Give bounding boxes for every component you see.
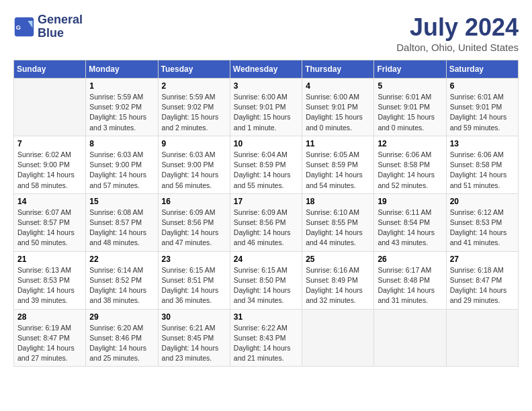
day-number: 14 — [17, 197, 82, 206]
day-info: Sunrise: 6:15 AM Sunset: 8:50 PM Dayligh… — [234, 265, 298, 306]
day-number: 18 — [306, 197, 370, 206]
header-row: SundayMondayTuesdayWednesdayThursdayFrid… — [14, 60, 519, 79]
day-cell: 2Sunrise: 5:59 AM Sunset: 9:02 PM Daylig… — [158, 79, 230, 136]
logo-line2: Blue — [38, 27, 83, 40]
day-number: 31 — [234, 312, 298, 322]
day-cell: 12Sunrise: 6:06 AM Sunset: 8:58 PM Dayli… — [374, 136, 446, 193]
day-cell: 17Sunrise: 6:09 AM Sunset: 8:56 PM Dayli… — [230, 193, 302, 251]
day-cell: 28Sunrise: 6:19 AM Sunset: 8:47 PM Dayli… — [14, 309, 86, 367]
col-header-saturday: Saturday — [446, 60, 518, 79]
day-number: 10 — [234, 139, 298, 148]
day-info: Sunrise: 6:09 AM Sunset: 8:56 PM Dayligh… — [162, 208, 226, 248]
day-number: 24 — [234, 255, 298, 264]
day-cell: 15Sunrise: 6:08 AM Sunset: 8:57 PM Dayli… — [86, 193, 158, 251]
day-cell: 13Sunrise: 6:06 AM Sunset: 8:58 PM Dayli… — [446, 136, 518, 193]
day-number: 25 — [306, 255, 370, 264]
day-cell: 14Sunrise: 6:07 AM Sunset: 8:57 PM Dayli… — [14, 193, 86, 251]
day-number: 15 — [89, 197, 154, 206]
day-number: 27 — [450, 255, 515, 264]
day-cell: 8Sunrise: 6:03 AM Sunset: 9:00 PM Daylig… — [86, 136, 158, 193]
col-header-tuesday: Tuesday — [158, 60, 230, 79]
day-cell: 30Sunrise: 6:21 AM Sunset: 8:45 PM Dayli… — [158, 309, 230, 367]
page-title: July 2024 — [396, 13, 519, 42]
day-info: Sunrise: 6:18 AM Sunset: 8:47 PM Dayligh… — [450, 265, 515, 306]
day-number: 4 — [306, 81, 370, 91]
day-info: Sunrise: 5:59 AM Sunset: 9:02 PM Dayligh… — [162, 92, 226, 133]
day-number: 11 — [306, 139, 370, 148]
day-number: 22 — [89, 255, 154, 264]
col-header-wednesday: Wednesday — [230, 60, 302, 79]
day-cell: 31Sunrise: 6:22 AM Sunset: 8:43 PM Dayli… — [230, 309, 302, 367]
day-info: Sunrise: 6:10 AM Sunset: 8:55 PM Dayligh… — [306, 208, 370, 248]
day-info: Sunrise: 6:16 AM Sunset: 8:49 PM Dayligh… — [306, 265, 370, 306]
day-number: 5 — [378, 81, 442, 91]
day-cell: 4Sunrise: 6:00 AM Sunset: 9:01 PM Daylig… — [302, 79, 374, 136]
day-info: Sunrise: 6:06 AM Sunset: 8:58 PM Dayligh… — [378, 150, 442, 191]
day-number: 20 — [450, 197, 515, 206]
day-cell: 20Sunrise: 6:12 AM Sunset: 8:53 PM Dayli… — [446, 193, 518, 251]
day-number: 7 — [17, 139, 82, 148]
day-info: Sunrise: 6:00 AM Sunset: 9:01 PM Dayligh… — [234, 92, 298, 133]
logo: G General Blue — [13, 13, 83, 40]
week-row-4: 21Sunrise: 6:13 AM Sunset: 8:53 PM Dayli… — [14, 251, 519, 309]
day-info: Sunrise: 6:21 AM Sunset: 8:45 PM Dayligh… — [162, 323, 226, 364]
day-info: Sunrise: 6:03 AM Sunset: 9:00 PM Dayligh… — [162, 150, 226, 191]
svg-text:G: G — [16, 23, 21, 30]
week-row-5: 28Sunrise: 6:19 AM Sunset: 8:47 PM Dayli… — [14, 309, 519, 367]
col-header-monday: Monday — [86, 60, 158, 79]
day-info: Sunrise: 5:59 AM Sunset: 9:02 PM Dayligh… — [89, 92, 154, 133]
day-number: 2 — [162, 81, 226, 91]
day-cell: 29Sunrise: 6:20 AM Sunset: 8:46 PM Dayli… — [86, 309, 158, 367]
day-number: 17 — [234, 197, 298, 206]
day-cell: 25Sunrise: 6:16 AM Sunset: 8:49 PM Dayli… — [302, 251, 374, 309]
day-info: Sunrise: 6:19 AM Sunset: 8:47 PM Dayligh… — [17, 323, 82, 364]
day-number: 13 — [450, 139, 515, 148]
day-info: Sunrise: 6:01 AM Sunset: 9:01 PM Dayligh… — [450, 92, 515, 133]
day-info: Sunrise: 6:01 AM Sunset: 9:01 PM Dayligh… — [378, 92, 442, 133]
day-info: Sunrise: 6:03 AM Sunset: 9:00 PM Dayligh… — [89, 150, 154, 191]
day-number: 21 — [17, 255, 82, 264]
day-info: Sunrise: 6:08 AM Sunset: 8:57 PM Dayligh… — [89, 208, 154, 248]
day-info: Sunrise: 6:20 AM Sunset: 8:46 PM Dayligh… — [89, 323, 154, 364]
day-info: Sunrise: 6:17 AM Sunset: 8:48 PM Dayligh… — [378, 265, 442, 306]
day-number: 19 — [378, 197, 442, 206]
day-info: Sunrise: 6:15 AM Sunset: 8:51 PM Dayligh… — [162, 265, 226, 306]
day-cell: 27Sunrise: 6:18 AM Sunset: 8:47 PM Dayli… — [446, 251, 518, 309]
day-number: 6 — [450, 81, 515, 91]
day-cell: 21Sunrise: 6:13 AM Sunset: 8:53 PM Dayli… — [14, 251, 86, 309]
day-cell: 1Sunrise: 5:59 AM Sunset: 9:02 PM Daylig… — [86, 79, 158, 136]
day-info: Sunrise: 6:11 AM Sunset: 8:54 PM Dayligh… — [378, 208, 442, 248]
day-number: 16 — [162, 197, 226, 206]
day-cell — [374, 309, 446, 367]
day-number: 29 — [89, 312, 154, 322]
day-cell: 7Sunrise: 6:02 AM Sunset: 9:00 PM Daylig… — [14, 136, 86, 193]
day-cell — [302, 309, 374, 367]
day-cell: 24Sunrise: 6:15 AM Sunset: 8:50 PM Dayli… — [230, 251, 302, 309]
day-cell: 10Sunrise: 6:04 AM Sunset: 8:59 PM Dayli… — [230, 136, 302, 193]
day-cell: 16Sunrise: 6:09 AM Sunset: 8:56 PM Dayli… — [158, 193, 230, 251]
day-info: Sunrise: 6:12 AM Sunset: 8:53 PM Dayligh… — [450, 208, 515, 248]
day-cell: 6Sunrise: 6:01 AM Sunset: 9:01 PM Daylig… — [446, 79, 518, 136]
day-info: Sunrise: 6:02 AM Sunset: 9:00 PM Dayligh… — [17, 150, 82, 191]
day-cell — [446, 309, 518, 367]
calendar-table: SundayMondayTuesdayWednesdayThursdayFrid… — [13, 60, 519, 367]
day-info: Sunrise: 6:13 AM Sunset: 8:53 PM Dayligh… — [17, 265, 82, 306]
page-subtitle: Dalton, Ohio, United States — [396, 42, 519, 53]
col-header-friday: Friday — [374, 60, 446, 79]
day-number: 1 — [89, 81, 154, 91]
logo-line1: General — [38, 13, 83, 27]
day-cell: 5Sunrise: 6:01 AM Sunset: 9:01 PM Daylig… — [374, 79, 446, 136]
day-info: Sunrise: 6:14 AM Sunset: 8:52 PM Dayligh… — [89, 265, 154, 306]
title-block: July 2024 Dalton, Ohio, United States — [396, 13, 519, 53]
day-cell: 9Sunrise: 6:03 AM Sunset: 9:00 PM Daylig… — [158, 136, 230, 193]
day-cell: 18Sunrise: 6:10 AM Sunset: 8:55 PM Dayli… — [302, 193, 374, 251]
day-cell: 11Sunrise: 6:05 AM Sunset: 8:59 PM Dayli… — [302, 136, 374, 193]
day-info: Sunrise: 6:07 AM Sunset: 8:57 PM Dayligh… — [17, 208, 82, 248]
day-info: Sunrise: 6:05 AM Sunset: 8:59 PM Dayligh… — [306, 150, 370, 191]
week-row-2: 7Sunrise: 6:02 AM Sunset: 9:00 PM Daylig… — [14, 136, 519, 193]
day-number: 30 — [162, 312, 226, 322]
col-header-thursday: Thursday — [302, 60, 374, 79]
col-header-sunday: Sunday — [14, 60, 86, 79]
day-number: 3 — [234, 81, 298, 91]
day-cell: 26Sunrise: 6:17 AM Sunset: 8:48 PM Dayli… — [374, 251, 446, 309]
